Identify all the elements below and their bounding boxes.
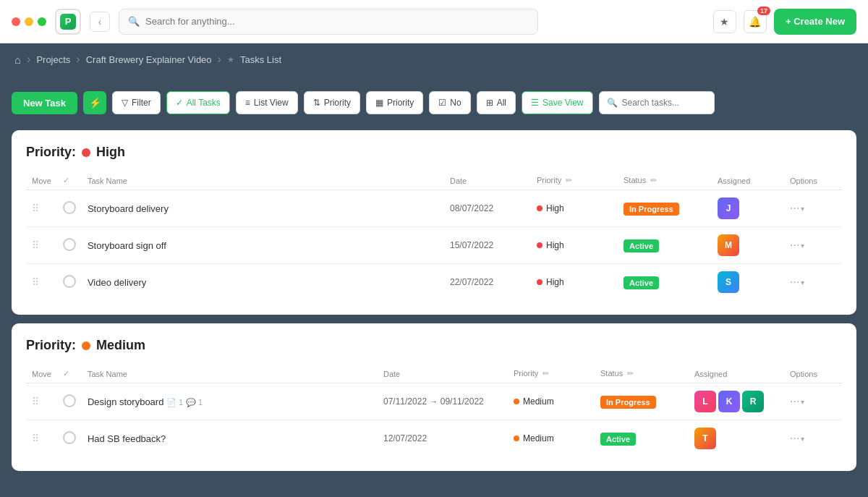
new-task-button[interactable]: New Task — [12, 92, 77, 114]
all-tasks-button[interactable]: ✓ All Tasks — [166, 91, 230, 114]
search-input[interactable] — [145, 16, 529, 27]
breadcrumb-projects[interactable]: Projects — [36, 54, 70, 65]
back-button[interactable]: ‹ — [90, 12, 110, 32]
options-menu-button[interactable]: ··· — [790, 276, 799, 289]
task-extra-cell — [770, 264, 784, 301]
task-status-cell[interactable]: Active — [618, 227, 712, 264]
chevron-down-icon[interactable]: ▾ — [801, 205, 804, 213]
task-checkbox[interactable] — [63, 201, 76, 214]
notification-button[interactable]: 🔔 17 — [744, 10, 767, 33]
grid-icon: ▦ — [375, 98, 383, 108]
col-assigned-m: Assigned — [689, 365, 770, 383]
drag-handle[interactable]: ⠿ — [32, 396, 39, 407]
minimize-control[interactable] — [25, 17, 33, 26]
breadcrumb-current[interactable]: Tasks List — [240, 54, 281, 65]
task-status-cell[interactable]: In Progress — [618, 190, 712, 227]
checkbox-cell[interactable] — [57, 383, 82, 420]
chevron-down-icon[interactable]: ▾ — [801, 242, 804, 250]
filter-icon: ▽ — [122, 98, 128, 108]
lightning-button[interactable]: ⚡ — [83, 91, 106, 114]
drag-handle[interactable]: ⠿ — [32, 203, 39, 214]
breadcrumb-sep-1: › — [27, 53, 30, 66]
drag-handle[interactable]: ⠿ — [32, 433, 39, 444]
task-name-cell: Had SB feedback? — [82, 420, 378, 457]
priority2-button[interactable]: ▦ Priority — [366, 91, 423, 114]
checkbox-cell[interactable] — [57, 190, 82, 227]
breadcrumb-sep-3: › — [218, 53, 221, 66]
col-date: Date — [444, 171, 531, 190]
star-button[interactable]: ★ — [713, 10, 736, 33]
chevron-down-icon[interactable]: ▾ — [801, 398, 804, 406]
task-search[interactable]: 🔍 — [599, 91, 715, 114]
task-options-cell[interactable]: ··· ▾ — [784, 383, 842, 420]
topbar: P ‹ 🔍 ★ 🔔 17 + Create New — [0, 0, 868, 43]
maximize-control[interactable] — [38, 17, 46, 26]
task-name-text: Storyboard delivery — [88, 203, 169, 214]
checkbox-cell[interactable] — [57, 420, 82, 457]
filter-button[interactable]: ▽ Filter — [112, 91, 161, 114]
task-extra-cell — [770, 420, 784, 457]
task-status-cell[interactable]: Active — [618, 264, 712, 301]
medium-priority-title: Priority: Medium — [26, 338, 842, 353]
options-menu-button[interactable]: ··· — [790, 432, 799, 445]
table-row: ⠿ Storyboard delivery 08/07/2022 High In… — [26, 190, 842, 227]
chevron-down-icon[interactable]: ▾ — [801, 279, 804, 286]
priority1-button[interactable]: ⇅ Priority — [304, 91, 360, 114]
checkbox-cell[interactable] — [57, 227, 82, 264]
task-checkbox[interactable] — [63, 238, 76, 251]
task-checkbox[interactable] — [63, 275, 76, 288]
options-menu-button[interactable]: ··· — [790, 395, 799, 408]
create-new-button[interactable]: + Create New — [774, 9, 856, 35]
drag-handle[interactable]: ⠿ — [32, 239, 39, 251]
task-priority-cell: High — [531, 264, 618, 301]
all-button[interactable]: ⊞ All — [477, 91, 516, 114]
high-priority-title: Priority: High — [26, 145, 842, 160]
high-dot — [82, 148, 90, 157]
drag-handle[interactable]: ⠿ — [32, 276, 39, 288]
chevron-down-icon[interactable]: ▾ — [801, 435, 804, 443]
global-search[interactable]: 🔍 — [119, 9, 538, 35]
status-badge[interactable]: Active — [600, 433, 636, 446]
task-assigned-cell: J — [712, 190, 770, 227]
avatar: R — [742, 391, 764, 412]
task-name-text: Had SB feedback? — [88, 433, 166, 444]
avatar: T — [694, 428, 716, 449]
list-view-button[interactable]: ≡ List View — [236, 91, 298, 114]
save-view-button[interactable]: ☰ Save View — [522, 91, 592, 114]
checkbox-cell[interactable] — [57, 264, 82, 301]
avatar: S — [718, 271, 739, 293]
task-priority-cell: High — [531, 227, 618, 264]
task-options-cell[interactable]: ··· ▾ — [784, 227, 842, 264]
breadcrumb-project[interactable]: Craft Brewery Explainer Video — [86, 54, 212, 65]
no-button[interactable]: ☑ No — [429, 91, 470, 114]
task-options-cell[interactable]: ··· ▾ — [784, 190, 842, 227]
task-options-cell[interactable]: ··· ▾ — [784, 264, 842, 301]
status-badge[interactable]: Active — [624, 239, 659, 252]
task-name-text: Storyboard sign off — [88, 240, 166, 251]
task-name-cell: Storyboard delivery — [82, 190, 444, 227]
table-row: ⠿ Had SB feedback? 12/07/2022 Medium Act… — [26, 420, 842, 457]
task-checkbox[interactable] — [63, 431, 76, 444]
logo-icon: P — [60, 14, 76, 30]
status-badge[interactable]: In Progress — [600, 396, 656, 409]
home-icon[interactable]: ⌂ — [14, 54, 21, 66]
task-checkbox[interactable] — [63, 394, 76, 407]
options-menu-button[interactable]: ··· — [790, 202, 799, 215]
task-options-cell[interactable]: ··· ▾ — [784, 420, 842, 457]
task-status-cell[interactable]: Active — [595, 420, 689, 457]
status-badge[interactable]: Active — [624, 276, 659, 289]
high-priority-label: High — [96, 145, 125, 160]
main-content: New Task ⚡ ▽ Filter ✓ All Tasks ≡ List V… — [0, 75, 868, 497]
file-meta: 📄 1 — [166, 398, 183, 407]
col-status: Status ✏ — [618, 171, 712, 190]
task-status-cell[interactable]: In Progress — [595, 383, 689, 420]
status-badge[interactable]: In Progress — [624, 203, 679, 216]
col-date-m: Date — [378, 365, 508, 383]
task-assigned-cell: S — [712, 264, 770, 301]
high-priority-table: Move ✓ Task Name Date Priority ✏ Status … — [26, 171, 842, 300]
close-control[interactable] — [12, 17, 20, 26]
options-menu-button[interactable]: ··· — [790, 239, 799, 252]
search-icon: 🔍 — [128, 16, 140, 27]
breadcrumb-star-icon: ★ — [227, 55, 234, 64]
task-search-input[interactable] — [622, 98, 707, 108]
